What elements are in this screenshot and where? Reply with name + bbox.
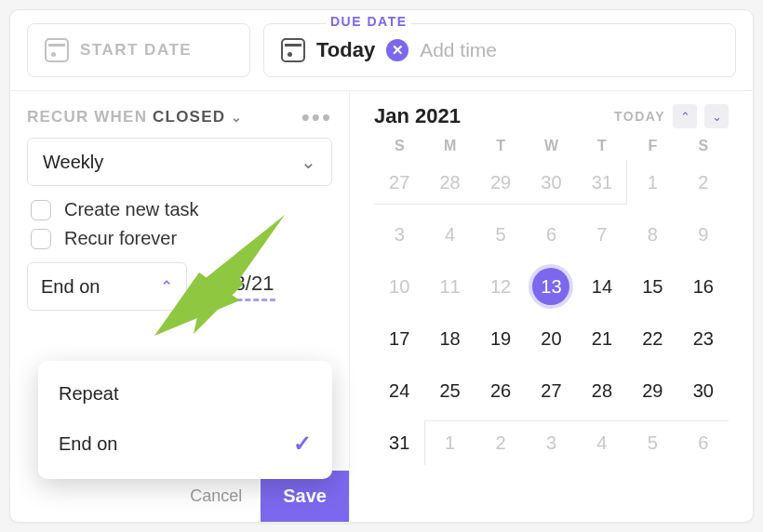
calendar-weekday-row: SMTWTFS bbox=[374, 138, 729, 154]
calendar-prev-button[interactable]: ⌃ bbox=[673, 104, 697, 128]
more-options-icon[interactable]: ••• bbox=[301, 112, 332, 124]
calendar-day[interactable]: 4 bbox=[424, 212, 475, 257]
calendar-day[interactable]: 19 bbox=[475, 316, 526, 361]
end-mode-dropdown: Repeat End on ✓ bbox=[38, 361, 332, 479]
calendar-day[interactable]: 5 bbox=[627, 420, 677, 465]
due-date-value: Today bbox=[316, 38, 375, 62]
calendar-day[interactable]: 14 bbox=[577, 264, 627, 309]
calendar-weekday: S bbox=[374, 138, 424, 154]
date-scheduler-panel: START DATE DUE DATE Today ✕ Add time REC… bbox=[9, 9, 754, 523]
due-date-button[interactable]: Today ✕ Add time bbox=[263, 23, 736, 77]
calendar-month-label: Jan 2021 bbox=[374, 104, 461, 128]
calendar-day[interactable]: 3 bbox=[374, 212, 424, 257]
calendar-icon bbox=[281, 38, 305, 62]
calendar-day[interactable]: 31 bbox=[374, 420, 424, 465]
recurrence-header: RECUR WHEN CLOSED ⌄ ••• bbox=[27, 108, 332, 126]
calendar-next-button[interactable]: ⌄ bbox=[704, 104, 729, 128]
calendar-icon bbox=[45, 38, 69, 62]
calendar-day[interactable]: 6 bbox=[678, 420, 729, 465]
calendar-nav: TODAY ⌃ ⌄ bbox=[614, 104, 729, 128]
end-mode-select[interactable]: End on ⌃ bbox=[27, 262, 187, 311]
frequency-select[interactable]: Weekly ⌄ bbox=[27, 138, 332, 186]
calendar-day[interactable]: 13 bbox=[526, 264, 576, 309]
cancel-button[interactable]: Cancel bbox=[181, 475, 251, 517]
end-on-date-input[interactable]: 1/13/21 bbox=[204, 272, 275, 301]
check-icon: ✓ bbox=[293, 431, 312, 457]
calendar-day[interactable]: 27 bbox=[374, 160, 424, 205]
calendar-day[interactable]: 1 bbox=[627, 160, 677, 205]
recur-forever-row: Recur forever bbox=[31, 228, 332, 249]
calendar-pane: Jan 2021 TODAY ⌃ ⌄ SMTWTFS 2728293031123… bbox=[350, 91, 753, 523]
calendar-day[interactable]: 30 bbox=[526, 160, 576, 205]
top-bar: START DATE DUE DATE Today ✕ Add time bbox=[10, 10, 753, 91]
calendar-day[interactable]: 29 bbox=[475, 160, 526, 205]
dropdown-option-repeat[interactable]: Repeat bbox=[38, 370, 332, 418]
calendar-weekday: W bbox=[526, 138, 576, 154]
calendar-day[interactable]: 18 bbox=[424, 316, 475, 361]
calendar-day[interactable]: 10 bbox=[374, 264, 424, 309]
recurrence-mode-dropdown[interactable]: RECUR WHEN CLOSED ⌄ bbox=[27, 108, 243, 126]
calendar-day[interactable]: 21 bbox=[577, 316, 627, 361]
calendar-day[interactable]: 3 bbox=[526, 420, 576, 465]
calendar-day[interactable]: 15 bbox=[627, 264, 677, 309]
calendar-day[interactable]: 7 bbox=[577, 212, 627, 257]
calendar-day[interactable]: 28 bbox=[424, 160, 475, 205]
frequency-value: Weekly bbox=[43, 152, 103, 173]
calendar-day[interactable]: 26 bbox=[475, 368, 526, 413]
calendar-day[interactable]: 11 bbox=[424, 264, 475, 309]
dropdown-option-label: Repeat bbox=[59, 383, 119, 405]
calendar-day[interactable]: 1 bbox=[424, 420, 475, 465]
calendar-weekday: T bbox=[577, 138, 627, 154]
calendar-day[interactable]: 23 bbox=[678, 316, 729, 361]
body: RECUR WHEN CLOSED ⌄ ••• Weekly ⌄ Create … bbox=[10, 91, 753, 523]
due-date-group: DUE DATE Today ✕ Add time bbox=[263, 23, 736, 77]
chevron-up-icon: ⌃ bbox=[160, 277, 173, 297]
recur-forever-label: Recur forever bbox=[64, 228, 177, 249]
calendar-day[interactable]: 9 bbox=[678, 212, 729, 257]
start-date-label: START DATE bbox=[80, 41, 192, 60]
recur-state-label: CLOSED bbox=[153, 108, 225, 126]
create-new-task-row: Create new task bbox=[31, 199, 332, 220]
dropdown-option-label: End on bbox=[59, 433, 117, 455]
recurrence-pane: RECUR WHEN CLOSED ⌄ ••• Weekly ⌄ Create … bbox=[10, 91, 350, 523]
chevron-down-icon: ⌄ bbox=[301, 151, 316, 173]
calendar-header: Jan 2021 TODAY ⌃ ⌄ bbox=[374, 104, 729, 128]
calendar-weekday: T bbox=[475, 138, 526, 154]
calendar-day[interactable]: 27 bbox=[526, 368, 576, 413]
create-new-task-checkbox[interactable] bbox=[31, 200, 51, 220]
calendar-day[interactable]: 4 bbox=[577, 420, 627, 465]
calendar-weekday: M bbox=[424, 138, 475, 154]
calendar-day[interactable]: 8 bbox=[627, 212, 677, 257]
calendar-grid: 2728293031123456789101112131415161718192… bbox=[374, 160, 729, 465]
calendar-day[interactable]: 20 bbox=[526, 316, 576, 361]
calendar-day[interactable]: 5 bbox=[475, 212, 526, 257]
calendar-day[interactable]: 12 bbox=[475, 264, 526, 309]
calendar-weekday: F bbox=[627, 138, 677, 154]
due-date-heading: DUE DATE bbox=[327, 14, 411, 29]
calendar-day[interactable]: 31 bbox=[577, 160, 627, 205]
calendar-day[interactable]: 22 bbox=[627, 316, 677, 361]
calendar-weekday: S bbox=[678, 138, 729, 154]
add-time-button[interactable]: Add time bbox=[420, 39, 497, 61]
calendar-day[interactable]: 16 bbox=[678, 264, 729, 309]
calendar-day[interactable]: 2 bbox=[475, 420, 526, 465]
recur-when-label: RECUR WHEN bbox=[27, 108, 147, 126]
recur-forever-checkbox[interactable] bbox=[31, 229, 51, 249]
calendar-day[interactable]: 28 bbox=[577, 368, 627, 413]
calendar-day[interactable]: 30 bbox=[678, 368, 729, 413]
clear-due-date-icon[interactable]: ✕ bbox=[386, 39, 408, 61]
calendar-day[interactable]: 24 bbox=[374, 368, 424, 413]
create-new-task-label: Create new task bbox=[64, 199, 199, 220]
start-date-button[interactable]: START DATE bbox=[27, 23, 250, 77]
calendar-today-button[interactable]: TODAY bbox=[614, 109, 665, 124]
calendar-day[interactable]: 29 bbox=[627, 368, 677, 413]
end-mode-value: End on bbox=[41, 276, 100, 298]
calendar-day[interactable]: 17 bbox=[374, 316, 424, 361]
calendar-day[interactable]: 6 bbox=[526, 212, 576, 257]
chevron-down-icon: ⌄ bbox=[231, 110, 243, 125]
dropdown-option-end-on[interactable]: End on ✓ bbox=[38, 418, 332, 470]
calendar-day[interactable]: 25 bbox=[424, 368, 475, 413]
calendar-day[interactable]: 2 bbox=[678, 160, 729, 205]
end-on-row: End on ⌃ 1/13/21 bbox=[27, 262, 332, 311]
